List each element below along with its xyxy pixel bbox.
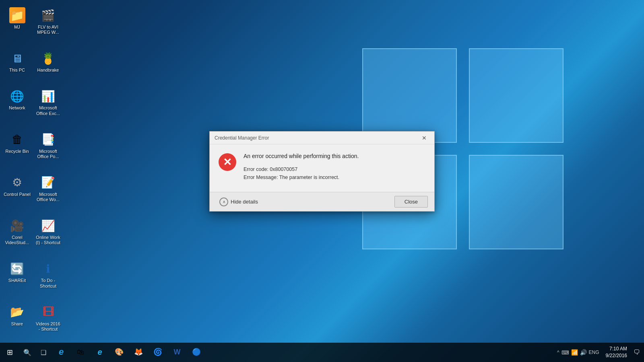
hide-details-label: Hide details (231, 199, 258, 205)
mj-icon: 📁 (9, 7, 25, 23)
shareit-label: SHAREit (8, 278, 26, 283)
network-label: Network (9, 105, 25, 111)
start-button[interactable]: ⊞ (0, 343, 19, 362)
desktop-icon-videos[interactable]: 🎞 Videos 2016 - Shortcut (33, 302, 63, 340)
taskbar-apps: e 🛍 e 🎨 🦊 🌀 W 🔵 (52, 343, 553, 362)
desktop-icon-excel[interactable]: 📊 Microsoft Office Exc... (33, 86, 63, 124)
keyboard-layout-icon: ENG (589, 350, 599, 355)
videos-label: Videos 2016 - Shortcut (35, 321, 62, 332)
todo-label: To Do - Shortcut (35, 278, 62, 288)
hide-details-button[interactable]: ∧ Hide details (216, 196, 261, 208)
taskbar-ie[interactable]: e (90, 343, 109, 362)
online-work-label: Online Work (I) - Shortcut (35, 235, 62, 245)
recycle-icon: 🗑 (9, 132, 25, 148)
flv-icon: 🎬 (40, 7, 56, 23)
desktop: 📁 MJ 🎬 FLV to AVI MPEG W... 🖥 This PC 🍍 … (0, 0, 644, 362)
desktop-icons-area: 📁 MJ 🎬 FLV to AVI MPEG W... 🖥 This PC 🍍 … (0, 0, 64, 346)
corel-icon: 🎥 (9, 218, 25, 234)
dialog-titlebar: Credential Manager Error ✕ (210, 132, 434, 144)
notification-icon[interactable]: 🗨 (634, 349, 640, 356)
dialog-close-button[interactable]: ✕ (419, 133, 429, 143)
start-icon: ⊞ (7, 348, 13, 357)
dialog-error-message: Error Message: The parameter is incorrec… (244, 173, 425, 181)
task-view-button[interactable]: ❑ (35, 343, 52, 362)
keyboard-icon: ⌨ (561, 350, 569, 356)
corel-label: Corel VideoStud... (4, 235, 31, 245)
word-label: Microsoft Office Wo... (35, 192, 62, 202)
control-panel-icon: ⚙ (9, 175, 25, 191)
powerpoint-icon: 📑 (40, 132, 56, 148)
search-icon: 🔍 (23, 349, 31, 356)
shareit-icon: 🔄 (9, 261, 25, 277)
taskbar-chrome2[interactable]: 🔵 (187, 343, 206, 362)
handbrake-label: Handbrake (37, 68, 59, 73)
dialog-error-code: Error code: 0x80070057 (244, 165, 425, 173)
todo-icon: ℹ (40, 261, 56, 277)
word-icon: 📝 (40, 175, 56, 191)
this-pc-label: This PC (9, 68, 25, 73)
network-tray-icon[interactable]: 📶 (571, 349, 578, 356)
desktop-icon-powerpoint[interactable]: 📑 Microsoft Office Po... (33, 130, 63, 168)
desktop-icon-todo[interactable]: ℹ To Do - Shortcut (33, 259, 63, 297)
taskbar-paint[interactable]: 🎨 (109, 343, 129, 362)
desktop-icon-word[interactable]: 📝 Microsoft Office Wo... (33, 173, 63, 211)
clock-date: 9/22/2016 (606, 352, 627, 359)
taskbar: ⊞ 🔍 ❑ e 🛍 e 🎨 🦊 🌀 W 🔵 ^ ⌨ 📶 🔊 ENG (0, 343, 644, 362)
videos-icon: 🎞 (40, 304, 56, 320)
search-button[interactable]: 🔍 (19, 343, 35, 362)
taskbar-word[interactable]: W (167, 343, 187, 362)
chevron-icon[interactable]: ^ (557, 350, 559, 355)
network-icon: 🌐 (9, 88, 25, 104)
desktop-icon-mj[interactable]: 📁 MJ (2, 6, 32, 43)
taskbar-clock[interactable]: 7:10 AM 9/22/2016 (603, 346, 630, 359)
this-pc-icon: 🖥 (9, 50, 25, 66)
desktop-icon-corel[interactable]: 🎥 Corel VideoStud... (2, 216, 32, 254)
excel-label: Microsoft Office Exc... (35, 105, 62, 116)
desktop-icon-control-panel[interactable]: ⚙ Control Panel (2, 173, 32, 211)
taskbar-chrome[interactable]: 🌀 (148, 343, 167, 362)
desktop-icon-recycle[interactable]: 🗑 Recycle Bin (2, 130, 32, 168)
powerpoint-label: Microsoft Office Po... (35, 149, 62, 159)
credential-manager-error-dialog: Credential Manager Error ✕ ✕ An error oc… (209, 131, 435, 212)
handbrake-icon: 🍍 (40, 50, 56, 66)
dialog-close-ok-button[interactable]: Close (394, 196, 428, 208)
desktop-icon-share[interactable]: 📂 Share (2, 302, 32, 340)
recycle-label: Recycle Bin (5, 149, 29, 154)
excel-icon: 📊 (40, 88, 56, 104)
error-circle-icon: ✕ (219, 153, 236, 171)
desktop-icon-handbrake[interactable]: 🍍 Handbrake (33, 49, 63, 81)
dialog-error-icon: ✕ (218, 152, 237, 172)
clock-time: 7:10 AM (606, 346, 627, 352)
dialog-title: Credential Manager Error (215, 135, 269, 141)
taskbar-firefox[interactable]: 🦊 (129, 343, 148, 362)
dialog-main-message: An error occurred while performing this … (244, 152, 425, 160)
system-icons: ^ ⌨ 📶 🔊 ENG (557, 349, 599, 356)
desktop-icon-shareit[interactable]: 🔄 SHAREit (2, 259, 32, 297)
taskbar-edge[interactable]: e (52, 343, 71, 362)
taskbar-system-tray: ^ ⌨ 📶 🔊 ENG 7:10 AM 9/22/2016 🗨 (553, 343, 644, 362)
share-icon: 📂 (9, 304, 25, 320)
task-view-icon: ❑ (41, 349, 46, 356)
chevron-up-icon: ∧ (219, 197, 228, 206)
share-label: Share (11, 321, 23, 327)
dialog-body: ✕ An error occurred while performing thi… (210, 144, 434, 192)
dialog-footer: ∧ Hide details Close (210, 192, 434, 211)
online-work-icon: 📈 (40, 218, 56, 234)
control-panel-label: Control Panel (4, 192, 31, 197)
volume-icon[interactable]: 🔊 (580, 349, 587, 356)
taskbar-store[interactable]: 🛍 (71, 343, 90, 362)
desktop-icon-flv[interactable]: 🎬 FLV to AVI MPEG W... (33, 6, 63, 43)
desktop-icon-online-work[interactable]: 📈 Online Work (I) - Shortcut (33, 216, 63, 254)
flv-label: FLV to AVI MPEG W... (35, 25, 62, 35)
dialog-content: An error occurred while performing this … (244, 152, 425, 185)
mj-label: MJ (14, 25, 20, 30)
desktop-icon-this-pc[interactable]: 🖥 This PC (2, 49, 32, 81)
desktop-icon-network[interactable]: 🌐 Network (2, 86, 32, 124)
